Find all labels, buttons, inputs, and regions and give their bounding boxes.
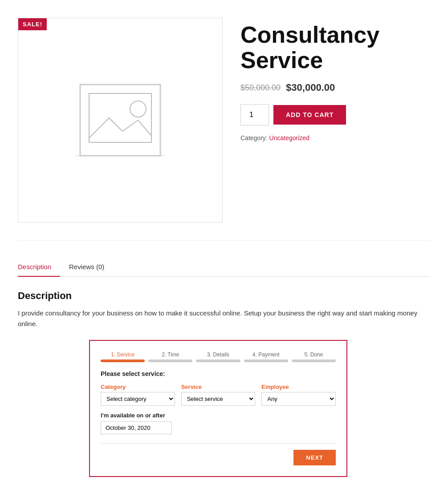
available-label: I'm available on or after [101, 412, 336, 419]
service-select[interactable]: Select service [181, 392, 256, 406]
category-link[interactable]: Uncategorized [269, 134, 310, 141]
category-field-group: Category Select category [101, 384, 175, 406]
step-4: 4. Payment [244, 352, 288, 362]
category-label: Category: [240, 134, 268, 141]
tabs-nav: Description Reviews (0) [18, 259, 430, 277]
product-details: Consultancy Service $50,000.00 $30,000.0… [240, 18, 430, 222]
employee-field-group: Employee Any [261, 384, 336, 406]
svg-point-2 [130, 101, 146, 117]
description-text: I provide consultancy for your business … [18, 308, 430, 329]
service-field-label: Service [181, 384, 256, 390]
next-button[interactable]: NEXT [293, 450, 336, 465]
product-title: Consultancy Service [240, 22, 430, 73]
quantity-input[interactable] [240, 104, 269, 125]
description-heading: Description [18, 290, 430, 302]
svg-rect-1 [89, 93, 151, 142]
date-input[interactable]: October 30, 2020 [101, 421, 172, 434]
step-4-label: 4. Payment [244, 352, 288, 358]
tab-reviews[interactable]: Reviews (0) [60, 259, 113, 276]
step-2-bar [148, 360, 192, 362]
category-field-label: Category [101, 384, 175, 390]
product-image-container: SALE! [18, 18, 223, 222]
step-3-label: 3. Details [196, 352, 240, 358]
sale-badge: SALE! [18, 18, 47, 30]
step-1-label: 1. Service [101, 352, 145, 358]
step-1-bar [101, 360, 145, 362]
step-2-label: 2. Time [148, 352, 192, 358]
booking-widget: 1. Service 2. Time 3. Details 4. Payment… [89, 340, 347, 477]
steps-row: 1. Service 2. Time 3. Details 4. Payment… [101, 352, 336, 362]
step-1: 1. Service [101, 352, 145, 362]
cart-row: ADD TO CART [240, 104, 430, 125]
add-to-cart-button[interactable]: ADD TO CART [273, 105, 346, 125]
step-3-bar [196, 360, 240, 362]
category-select[interactable]: Select category [101, 392, 175, 406]
product-placeholder-image [76, 80, 165, 160]
service-field-group: Service Select service [181, 384, 256, 406]
step-2: 2. Time [148, 352, 192, 362]
product-section: SALE! Consultancy Service $50,000.00 $30… [18, 9, 430, 241]
employee-select[interactable]: Any [261, 392, 336, 406]
sale-price: $30,000.00 [286, 82, 335, 93]
category-line: Category: Uncategorized [240, 134, 430, 141]
tabs-section: Description Reviews (0) [18, 259, 430, 277]
svg-rect-0 [80, 85, 160, 156]
step-5-label: 5. Done [292, 352, 336, 358]
step-5: 5. Done [292, 352, 336, 362]
description-section: Description I provide consultancy for yo… [18, 290, 430, 477]
service-fields-row: Category Select category Service Select … [101, 384, 336, 406]
tab-description[interactable]: Description [18, 259, 60, 277]
widget-footer: NEXT [101, 443, 336, 465]
employee-field-label: Employee [261, 384, 336, 390]
step-5-bar [292, 360, 336, 362]
step-3: 3. Details [196, 352, 240, 362]
price-container: $50,000.00 $30,000.00 [240, 82, 430, 93]
step-4-bar [244, 360, 288, 362]
original-price: $50,000.00 [240, 83, 281, 93]
please-select-label: Please select service: [101, 370, 336, 377]
